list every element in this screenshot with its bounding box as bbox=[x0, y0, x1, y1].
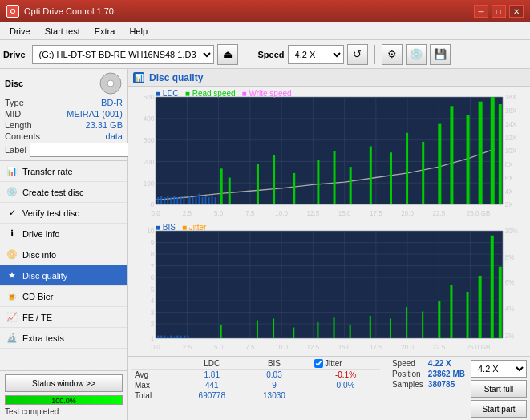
svg-rect-150 bbox=[390, 318, 391, 338]
settings-button[interactable]: ⚙ bbox=[382, 44, 403, 65]
drive-label: Drive bbox=[3, 50, 26, 59]
status-text: Test completed bbox=[0, 406, 127, 417]
disc-contents-row: Contents data bbox=[5, 131, 123, 141]
menu-extra[interactable]: Extra bbox=[88, 25, 122, 38]
sidebar-item-drive-info[interactable]: ℹ Drive info bbox=[0, 224, 127, 244]
samples-value-cell: 380785 bbox=[426, 379, 467, 390]
eject-button[interactable]: ⏏ bbox=[217, 44, 238, 65]
save-button[interactable]: 💾 bbox=[430, 44, 451, 65]
main-layout: Disc Type BD-R MID MEIRA1 (001) Length 2… bbox=[0, 69, 530, 420]
svg-rect-152 bbox=[422, 311, 423, 337]
status-window-button[interactable]: Status window >> bbox=[5, 374, 123, 392]
svg-text:500: 500 bbox=[144, 93, 155, 101]
disc-button[interactable]: 💿 bbox=[406, 44, 427, 65]
total-jitter bbox=[311, 390, 380, 401]
svg-text:15.0: 15.0 bbox=[338, 209, 351, 217]
svg-text:2X: 2X bbox=[505, 200, 513, 208]
progress-bar: 100.0% bbox=[5, 395, 123, 405]
sidebar-item-disc-quality[interactable]: ★ Disc quality bbox=[0, 265, 127, 286]
disc-label-input[interactable] bbox=[30, 143, 138, 157]
max-bis: 9 bbox=[245, 380, 303, 390]
sidebar-item-fe-te[interactable]: 📈 FE / TE bbox=[0, 307, 127, 328]
svg-text:5: 5 bbox=[151, 285, 155, 293]
svg-text:7.5: 7.5 bbox=[245, 209, 254, 217]
sidebar-item-extra-tests[interactable]: 🔬 Extra tests bbox=[0, 328, 127, 349]
disc-length-row: Length 23.31 GB bbox=[5, 120, 123, 130]
svg-text:15.0: 15.0 bbox=[338, 343, 351, 351]
svg-text:25.0 GB: 25.0 GB bbox=[467, 209, 491, 217]
svg-text:4: 4 bbox=[151, 297, 155, 305]
transfer-rate-icon: 📊 bbox=[6, 166, 18, 177]
sidebar-item-drive-info-label: Drive info bbox=[22, 229, 59, 239]
svg-rect-146 bbox=[317, 322, 318, 338]
speed-info: Speed 4.22 X Position 23862 MB Samples 3… bbox=[390, 358, 467, 390]
menu-drive[interactable]: Drive bbox=[3, 25, 37, 38]
svg-text:2.5: 2.5 bbox=[183, 209, 192, 217]
position-label-cell: Position bbox=[390, 369, 426, 379]
max-label: Max bbox=[131, 380, 179, 390]
start-full-button[interactable]: Start full bbox=[471, 380, 527, 398]
disc-info-icon: 📀 bbox=[6, 249, 18, 260]
top-chart-container: ■ LDC ■ Read speed ■ Write speed bbox=[131, 88, 527, 220]
chart-icon: 📊 bbox=[133, 72, 144, 83]
sidebar-item-transfer-rate[interactable]: 📊 Transfer rate bbox=[0, 161, 127, 182]
sidebar-item-verify-test-disc[interactable]: ✓ Verify test disc bbox=[0, 203, 127, 224]
stats-row: LDC BIS Jitter Avg 1.81 0.03 bbox=[128, 356, 530, 420]
svg-text:7: 7 bbox=[151, 262, 155, 270]
svg-text:6%: 6% bbox=[505, 278, 515, 286]
svg-text:22.5: 22.5 bbox=[433, 209, 446, 217]
drive-select[interactable]: (G:) HL-DT-ST BD-RE WH16NS48 1.D3 bbox=[32, 45, 214, 64]
max-ldc: 441 bbox=[179, 380, 245, 390]
disc-title: Disc bbox=[5, 79, 23, 88]
minimize-button[interactable]: ─ bbox=[474, 5, 488, 18]
svg-rect-50 bbox=[167, 196, 168, 204]
svg-rect-74 bbox=[390, 152, 392, 204]
sidebar-item-cd-bier[interactable]: 🍺 CD Bier bbox=[0, 286, 127, 307]
svg-text:0.0: 0.0 bbox=[152, 209, 160, 217]
col-header-bis: BIS bbox=[245, 358, 303, 370]
sidebar: Disc Type BD-R MID MEIRA1 (001) Length 2… bbox=[0, 69, 128, 420]
maximize-button[interactable]: □ bbox=[492, 5, 506, 18]
cd-bier-icon: 🍺 bbox=[6, 291, 18, 302]
svg-text:6: 6 bbox=[151, 273, 155, 281]
chart-title: Disc quality bbox=[149, 72, 203, 83]
disc-mid-row: MID MEIRA1 (001) bbox=[5, 109, 123, 119]
sidebar-item-disc-info[interactable]: 📀 Disc info bbox=[0, 244, 127, 265]
svg-text:0.0: 0.0 bbox=[152, 343, 160, 351]
app-title: Opti Drive Control 1.70 bbox=[24, 6, 114, 16]
max-jitter: 0.0% bbox=[311, 380, 380, 390]
menu-help[interactable]: Help bbox=[123, 25, 154, 38]
speed-select[interactable]: 4.2 X bbox=[288, 45, 344, 64]
disc-label-row: Label ★ bbox=[5, 143, 123, 157]
disc-type-row: Type BD-R bbox=[5, 98, 123, 107]
legend-jitter: ■ Jitter bbox=[182, 223, 207, 232]
svg-rect-65 bbox=[220, 168, 223, 204]
svg-text:12.5: 12.5 bbox=[307, 343, 320, 351]
top-legend: ■ LDC ■ Read speed ■ Write speed bbox=[156, 89, 292, 98]
svg-rect-49 bbox=[164, 197, 165, 204]
menu-start-test[interactable]: Start test bbox=[38, 25, 87, 38]
svg-rect-76 bbox=[422, 142, 424, 204]
close-button[interactable]: ✕ bbox=[509, 5, 524, 18]
col-spacer bbox=[303, 358, 311, 370]
svg-text:100: 100 bbox=[144, 179, 155, 187]
sidebar-item-create-test-disc[interactable]: 💿 Create test disc bbox=[0, 182, 127, 203]
svg-rect-81 bbox=[491, 97, 495, 204]
sidebar-item-verify-test-disc-label: Verify test disc bbox=[22, 208, 79, 218]
svg-rect-155 bbox=[467, 292, 469, 338]
svg-rect-71 bbox=[334, 151, 336, 204]
title-bar: O Opti Drive Control 1.70 ─ □ ✕ bbox=[0, 0, 530, 22]
disc-type-key: Type bbox=[5, 98, 24, 107]
svg-rect-52 bbox=[173, 196, 175, 204]
start-part-button[interactable]: Start part bbox=[471, 400, 527, 418]
svg-rect-48 bbox=[160, 196, 162, 204]
svg-text:16X: 16X bbox=[505, 107, 517, 115]
refresh-button[interactable]: ↺ bbox=[347, 44, 368, 65]
action-speed-select[interactable]: 4.2 X bbox=[471, 360, 527, 378]
spacer-1 bbox=[303, 370, 311, 381]
jitter-checkbox[interactable] bbox=[314, 359, 323, 368]
sidebar-item-disc-quality-label: Disc quality bbox=[22, 271, 67, 281]
svg-rect-72 bbox=[350, 167, 352, 204]
svg-rect-82 bbox=[499, 104, 502, 204]
svg-rect-156 bbox=[479, 276, 482, 338]
